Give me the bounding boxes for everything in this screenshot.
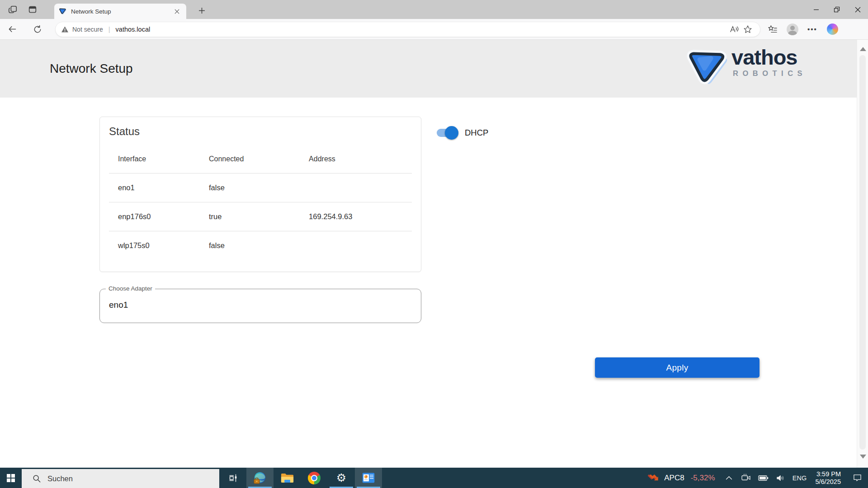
maximize-button[interactable] — [826, 0, 847, 19]
site-favicon-icon — [59, 8, 66, 15]
taskbar-clock[interactable]: 3:59 PM 5/6/2025 — [810, 470, 846, 486]
status-header-row: Interface Connected Address — [109, 143, 412, 174]
battery-icon[interactable] — [755, 468, 772, 488]
task-view-button[interactable] — [219, 468, 246, 488]
address-separator: | — [108, 25, 110, 33]
taskbar-viewer-app[interactable] — [355, 468, 382, 488]
tab-close-icon[interactable] — [172, 6, 182, 16]
stock-symbol: APC8 — [664, 474, 684, 483]
dhcp-row: DHCP — [437, 126, 488, 140]
status-cell: 169.254.9.63 — [300, 202, 412, 231]
dhcp-label: DHCP — [465, 128, 488, 138]
taskbar-search[interactable] — [22, 469, 219, 488]
stock-change: -5,32% — [691, 474, 715, 483]
start-button[interactable] — [0, 468, 22, 488]
security-label: Not secure — [72, 26, 103, 33]
col-header-address: Address — [300, 143, 412, 174]
taskbar-edge-app[interactable] — [246, 468, 274, 488]
scroll-up-arrow-icon[interactable] — [860, 47, 866, 51]
status-cell: wlp175s0 — [109, 231, 200, 260]
status-cell: false — [200, 231, 300, 260]
taskbar-chrome[interactable] — [301, 468, 328, 488]
favorites-hub-icon[interactable] — [766, 23, 779, 36]
stock-trend-icon — [648, 473, 660, 483]
status-cell — [300, 174, 412, 202]
status-table: Interface Connected Address eno1 false e… — [109, 143, 412, 260]
workspaces-icon[interactable] — [6, 3, 19, 16]
scroll-down-arrow-icon[interactable] — [860, 455, 866, 459]
taskbar-file-explorer[interactable] — [274, 468, 301, 488]
stock-widget[interactable]: APC8 -5,32% — [642, 468, 720, 488]
not-secure-warning-icon — [61, 26, 69, 33]
col-header-connected: Connected — [200, 143, 300, 174]
dhcp-toggle-thumb — [445, 126, 458, 140]
favorite-star-icon[interactable] — [741, 23, 755, 36]
choose-adapter-label: Choose Adapter — [106, 285, 155, 292]
clock-time: 3:59 PM — [816, 470, 841, 478]
tab-title: Network Setup — [71, 8, 172, 15]
page-content: Network Setup vathos ROBOTICS Stat — [0, 40, 868, 468]
new-tab-button[interactable] — [195, 4, 208, 17]
status-cell: false — [200, 174, 300, 202]
taskbar-settings[interactable]: ⚙ — [328, 468, 355, 488]
browser-tab[interactable]: Network Setup — [54, 4, 186, 19]
choose-adapter-value: eno1 — [100, 289, 421, 310]
search-icon — [33, 474, 41, 483]
profile-avatar[interactable] — [786, 23, 799, 36]
col-header-interface: Interface — [109, 143, 200, 174]
clock-date: 5/6/2025 — [816, 478, 841, 486]
windows-logo-icon — [7, 474, 15, 482]
address-bar[interactable]: Not secure | vathos.local — [55, 22, 760, 37]
settings-more-icon[interactable]: ••• — [806, 23, 819, 36]
browser-toolbar: Not secure | vathos.local — [0, 19, 868, 40]
status-row: enp176s0 true 169.254.9.63 — [109, 202, 412, 231]
screen: Network Setup — [0, 0, 868, 488]
page-title: Network Setup — [50, 61, 133, 76]
page-scrollbar[interactable] — [857, 40, 868, 468]
volume-icon[interactable] — [772, 468, 789, 488]
search-input[interactable] — [47, 474, 219, 483]
logo-wordmark: vathos — [731, 47, 807, 68]
status-cell: true — [200, 202, 300, 231]
tray-chevron-icon[interactable] — [721, 468, 738, 488]
window-controls — [806, 0, 868, 19]
status-row: eno1 false — [109, 174, 412, 202]
chrome-icon — [308, 472, 321, 484]
meet-now-icon[interactable] — [738, 468, 755, 488]
gear-icon: ⚙ — [336, 472, 346, 483]
language-indicator[interactable]: ENG — [789, 474, 810, 482]
system-tray: APC8 -5,32% — [642, 468, 868, 488]
browser-titlebar: Network Setup — [0, 0, 868, 19]
vathos-logo: vathos ROBOTICS — [684, 46, 807, 89]
toolbar-right: ••• — [766, 23, 845, 36]
dhcp-toggle[interactable] — [437, 126, 458, 140]
status-card: Status Interface Connected Address eno1 … — [99, 117, 421, 272]
read-aloud-icon[interactable] — [727, 23, 741, 36]
apply-button[interactable]: Apply — [595, 357, 760, 378]
status-card-title: Status — [109, 125, 412, 138]
tab-actions-icon[interactable] — [26, 3, 39, 16]
action-center-icon[interactable] — [846, 468, 868, 488]
status-cell: eno1 — [109, 174, 200, 202]
url-text: vathos.local — [116, 26, 151, 33]
minimize-button[interactable] — [806, 0, 826, 19]
scrollbar-thumb[interactable] — [859, 55, 866, 450]
status-cell: enp176s0 — [109, 202, 200, 231]
status-cell — [300, 231, 412, 260]
refresh-button[interactable] — [30, 22, 45, 37]
choose-adapter-field[interactable]: Choose Adapter eno1 — [99, 289, 421, 323]
page-header: Network Setup vathos ROBOTICS — [0, 40, 868, 98]
logo-subtitle: ROBOTICS — [733, 69, 807, 78]
vathos-logo-icon — [684, 46, 729, 89]
close-button[interactable] — [847, 0, 868, 19]
back-button[interactable] — [5, 22, 20, 37]
taskbar: ⚙ APC8 -5,32% — [0, 468, 868, 488]
status-row: wlp175s0 false — [109, 231, 412, 260]
copilot-icon[interactable] — [826, 23, 839, 36]
